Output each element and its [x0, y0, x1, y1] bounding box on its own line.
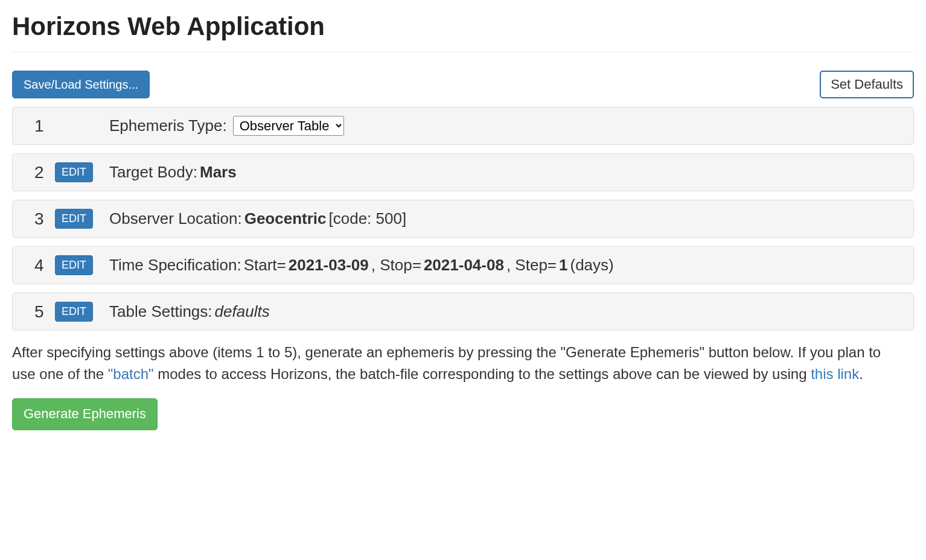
time-spec-label: Time Specification:	[109, 256, 241, 275]
set-defaults-button[interactable]: Set Defaults	[820, 71, 914, 98]
observer-location-panel: 3 EDIT Observer Location: Geocentric [co…	[12, 200, 914, 238]
generate-ephemeris-button[interactable]: Generate Ephemeris	[12, 398, 158, 430]
target-body-panel: 2 EDIT Target Body: Mars	[12, 153, 914, 191]
ephemeris-type-label: Ephemeris Type:	[109, 116, 227, 135]
row-number: 2	[25, 163, 55, 182]
page-title: Horizons Web Application	[12, 12, 914, 41]
save-load-settings-button[interactable]: Save/Load Settings...	[12, 71, 150, 98]
table-settings-panel: 5 EDIT Table Settings: defaults	[12, 293, 914, 331]
observer-location-value: Geocentric	[244, 209, 327, 228]
step-value: 1	[559, 256, 567, 275]
time-specification-panel: 4 EDIT Time Specification: Start=2021-03…	[12, 246, 914, 284]
row-number: 3	[25, 209, 55, 229]
edit-target-body-button[interactable]: EDIT	[55, 162, 93, 182]
observer-location-code: [code: 500]	[329, 209, 407, 228]
row-number: 1	[25, 116, 55, 136]
this-link[interactable]: this link	[811, 366, 859, 382]
observer-location-label: Observer Location:	[109, 209, 242, 228]
edit-time-specification-button[interactable]: EDIT	[55, 255, 93, 275]
edit-table-settings-button[interactable]: EDIT	[55, 302, 93, 322]
divider	[12, 52, 914, 52]
target-body-value: Mars	[200, 163, 237, 182]
row-number: 5	[25, 302, 55, 322]
stop-value: 2021-04-08	[424, 256, 504, 275]
ephemeris-type-select[interactable]: Observer Table	[233, 116, 344, 136]
ephemeris-type-panel: 1 Ephemeris Type: Observer Table	[12, 107, 914, 145]
table-settings-label: Table Settings:	[109, 302, 212, 321]
top-bar: Save/Load Settings... Set Defaults	[12, 71, 914, 98]
description-text: After specifying settings above (items 1…	[12, 342, 896, 385]
step-label: , Step=	[506, 256, 557, 275]
start-label: Start=	[244, 256, 286, 275]
start-value: 2021-03-09	[289, 256, 369, 275]
stop-label: , Stop=	[371, 256, 421, 275]
table-settings-value: defaults	[215, 302, 270, 321]
row-number: 4	[25, 256, 55, 275]
target-body-label: Target Body:	[109, 163, 197, 182]
edit-observer-location-button[interactable]: EDIT	[55, 209, 93, 229]
step-unit: (days)	[570, 256, 614, 275]
batch-link[interactable]: "batch"	[108, 366, 154, 382]
